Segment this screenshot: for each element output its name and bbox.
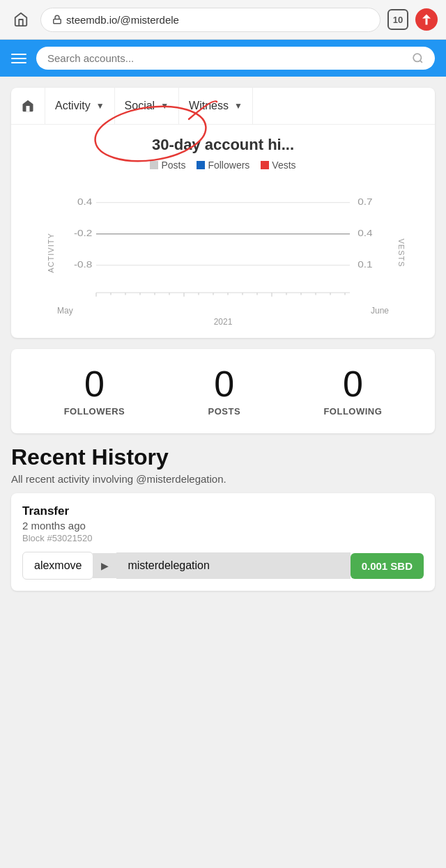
nav-bar [0,40,446,77]
tab-activity[interactable]: Activity ▼ [45,88,115,124]
posts-label: POSTS [208,406,241,417]
search-input[interactable] [47,52,406,64]
tab-witness[interactable]: Witness ▼ [179,88,253,124]
witness-chevron-icon: ▼ [234,101,243,111]
browser-home-button[interactable] [8,7,33,32]
recent-history-title: Recent History [11,444,435,470]
stats-card: 0 FOLLOWERS 0 POSTS 0 FOLLOWING [11,349,435,433]
stat-followers: 0 FOLLOWERS [64,366,125,417]
legend-posts-label: Posts [161,160,185,171]
transfer-block: Block #53021520 [22,533,424,543]
chart-legend: Posts Followers Vests [22,160,424,171]
chart-svg: 0.4 -0.2 -0.8 0.7 0.4 0.1 [57,179,389,304]
followers-label: FOLLOWERS [64,406,125,417]
legend-followers: Followers [197,160,249,171]
tab-activity-label: Activity [55,100,91,112]
followers-count: 0 [64,366,125,402]
legend-vests: Vests [261,160,295,171]
hamburger-line-3 [11,62,26,63]
recent-history-subtitle: All recent activity involving @misterdel… [11,473,435,485]
x-label-may: May [57,306,73,316]
notification-button[interactable] [415,8,438,31]
legend-vests-dot [261,161,269,169]
chart-outer: ACTIVITY VESTS 0.4 -0.2 -0.8 [50,179,396,327]
svg-text:-0.8: -0.8 [74,260,93,270]
chart-area: 0.4 -0.2 -0.8 0.7 0.4 0.1 [57,179,389,304]
transfer-from: alexmove [22,552,93,580]
y-axis-right-label: VESTS [397,238,405,267]
address-bar[interactable]: steemdb.io/@misterdele [40,8,380,32]
social-chevron-icon: ▼ [160,101,169,111]
transfer-type: Transfer [22,504,424,518]
svg-text:0.4: 0.4 [77,197,93,207]
transfer-card: Transfer 2 months ago Block #53021520 al… [11,493,435,591]
svg-rect-0 [54,19,61,23]
upload-icon [420,13,433,26]
legend-posts-dot [150,161,158,169]
tab-bar: Activity ▼ Social ▼ Witness ▼ [11,88,435,125]
lock-icon [52,15,62,24]
transfer-amount: 0.001 SBD [351,553,424,579]
hamburger-line-1 [11,54,26,55]
activity-chevron-icon: ▼ [96,101,105,111]
stat-posts: 0 POSTS [208,366,241,417]
tab-witness-label: Witness [189,100,229,112]
x-label-june: June [371,306,389,316]
hamburger-line-2 [11,58,26,59]
svg-text:0.4: 0.4 [357,228,373,238]
home-tab-icon [21,99,35,113]
tab-card-wrapper: Activity ▼ Social ▼ Witness ▼ 30-day acc… [11,88,435,338]
svg-text:-0.2: -0.2 [74,228,93,238]
search-icon [412,52,424,64]
legend-followers-dot [197,161,205,169]
y-axis-left-label: ACTIVITY [47,233,55,273]
transfer-arrow-icon: ▶ [93,553,117,578]
legend-vests-label: Vests [272,160,295,171]
recent-history-section: Recent History All recent activity invol… [11,444,435,591]
svg-text:0.1: 0.1 [357,260,373,270]
url-text: steemdb.io/@misterdele [66,14,369,26]
tab-home[interactable] [11,88,45,124]
main-content: Activity ▼ Social ▼ Witness ▼ 30-day acc… [0,77,446,602]
chart-title: 30-day account hi... [22,136,424,154]
search-bar[interactable] [36,47,435,70]
stat-following: 0 FOLLOWING [323,366,382,417]
hamburger-menu-button[interactable] [11,54,26,63]
transfer-time: 2 months ago [22,520,424,532]
browser-chrome: steemdb.io/@misterdele 10 [0,0,446,40]
svg-point-2 [413,54,421,61]
tab-count-badge[interactable]: 10 [387,9,408,30]
x-axis-year: 2021 [50,317,396,327]
chart-container: 30-day account hi... Posts Followers Ves… [11,125,435,338]
legend-posts: Posts [150,160,185,171]
svg-line-3 [420,61,422,63]
tab-social-label: Social [125,100,155,112]
tab-social[interactable]: Social ▼ [115,88,179,124]
x-axis-labels: May June [50,306,396,316]
posts-count: 0 [208,366,241,402]
legend-followers-label: Followers [208,160,249,171]
transfer-row: alexmove ▶ misterdelegation 0.001 SBD [22,552,424,580]
tab-card: Activity ▼ Social ▼ Witness ▼ 30-day acc… [11,88,435,338]
following-label: FOLLOWING [323,406,382,417]
svg-rect-1 [426,19,428,25]
following-count: 0 [323,366,382,402]
svg-text:0.7: 0.7 [357,197,373,207]
transfer-to: misterdelegation [116,552,350,579]
